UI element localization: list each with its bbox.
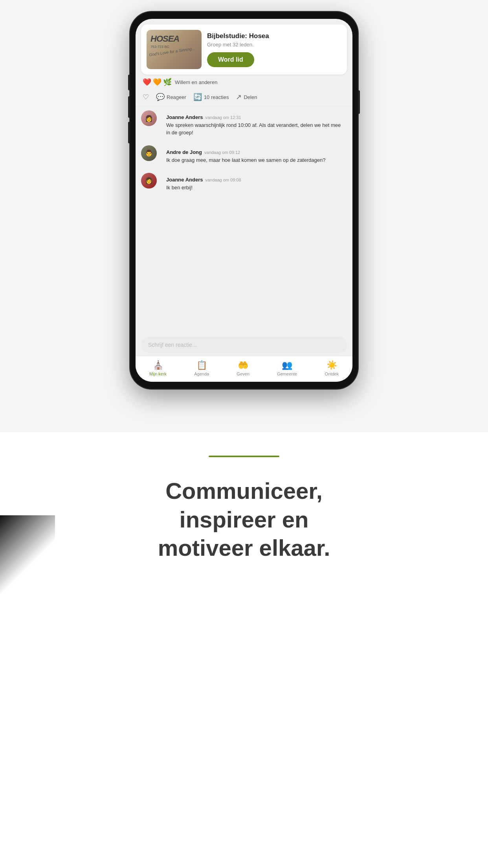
- comment-author-3: Joanne Anders: [166, 177, 203, 183]
- comment-time-2: vandaag om 09:12: [204, 150, 240, 155]
- comment-author-1: Joanne Anders: [166, 114, 203, 120]
- side-button-left3: [128, 122, 130, 143]
- side-button-left1: [128, 75, 130, 90]
- comment-label: Reageer: [167, 94, 186, 100]
- phone-screen: HOSEA 753-723 BC God's Love for a Sinnin…: [136, 19, 352, 382]
- side-button-left2: [128, 96, 130, 118]
- group-image: HOSEA 753-723 BC God's Love for a Sinnin…: [147, 30, 202, 69]
- avatar-joanne1: 👩: [141, 110, 157, 126]
- avatar-joanne2: 👩: [141, 173, 157, 189]
- nav-item-agenda[interactable]: 📋 Agenda: [194, 360, 209, 376]
- like-icon: ♡: [143, 93, 149, 101]
- nav-label-mijn-kerk: Mijn kerk: [149, 372, 167, 376]
- share-action[interactable]: ↗ Delen: [236, 93, 257, 101]
- group-subtitle: Groep met 32 leden.: [207, 42, 341, 48]
- comment-icon: 💬: [156, 93, 165, 101]
- like-action[interactable]: ♡: [143, 93, 149, 101]
- nav-item-ontdek[interactable]: ☀️ Ontdek: [325, 360, 338, 376]
- reaction-leaf: 🌿: [163, 78, 172, 86]
- side-button-right: [358, 90, 360, 114]
- nav-item-geven[interactable]: 🤲 Geven: [237, 360, 249, 376]
- group-image-title: HOSEA: [150, 35, 179, 43]
- group-card: HOSEA 753-723 BC God's Love for a Sinnin…: [141, 24, 347, 75]
- reactions-label: 10 reacties: [204, 94, 229, 100]
- comments-section: 👩 Joanne Anders vandaag om 12:31 We spre…: [136, 106, 352, 337]
- tagline: Communiceer, inspireer en motiveer elkaa…: [158, 477, 330, 562]
- join-button[interactable]: Word lid: [207, 52, 254, 67]
- comment-action[interactable]: 💬 Reageer: [156, 93, 186, 101]
- nav-label-geven: Geven: [237, 372, 249, 376]
- reactions-icon: 🔄: [193, 93, 202, 101]
- reply-input[interactable]: Schrijf een reactie...: [141, 337, 347, 353]
- comment-text-1: We spreken waarschijnlijk rond 10:00 af.…: [166, 122, 341, 137]
- comment-header-2: Andre de Jong vandaag om 09:12: [166, 149, 341, 155]
- nav-label-ontdek: Ontdek: [325, 372, 338, 376]
- nav-item-mijn-kerk[interactable]: ⛪ Mijn kerk: [149, 360, 167, 376]
- group-image-subtext: 753-723 BC: [150, 45, 169, 49]
- comment-item: 👩 Joanne Anders vandaag om 12:31 We spre…: [141, 110, 347, 141]
- agenda-icon: 📋: [196, 360, 207, 370]
- comment-bubble-3: Joanne Anders vandaag om 09:08 Ik ben er…: [161, 173, 347, 196]
- bottom-section: Communiceer, inspireer en motiveer elkaa…: [0, 432, 488, 594]
- action-bar: ♡ 💬 Reageer 🔄 10 reacties ↗ Delen: [136, 90, 352, 106]
- bottom-nav: ⛪ Mijn kerk 📋 Agenda 🤲 Geven 👥 Gemeente …: [136, 356, 352, 382]
- comment-item-2: 👨 Andre de Jong vandaag om 09:12 Ik doe …: [141, 145, 347, 168]
- tagline-line3: motiveer elkaar.: [158, 535, 330, 560]
- gemeente-icon: 👥: [282, 360, 292, 370]
- tagline-line2: inspireer en: [180, 507, 309, 532]
- dark-corner-overlay: [0, 515, 55, 594]
- comment-bubble-2: Andre de Jong vandaag om 09:12 Ik doe gr…: [161, 145, 347, 168]
- phone-frame: HOSEA 753-723 BC God's Love for a Sinnin…: [130, 12, 358, 389]
- comment-author-2: Andre de Jong: [166, 149, 202, 155]
- comment-text-3: Ik ben erbij!: [166, 184, 341, 192]
- nav-label-agenda: Agenda: [194, 372, 209, 376]
- comment-time-3: vandaag om 09:08: [205, 178, 241, 182]
- divider-line: [209, 456, 279, 457]
- comment-header-3: Joanne Anders vandaag om 09:08: [166, 177, 341, 183]
- avatar-andre: 👨: [141, 145, 157, 161]
- comment-time-1: vandaag om 12:31: [205, 115, 241, 120]
- comment-bubble-1: Joanne Anders vandaag om 12:31 We spreke…: [161, 110, 347, 141]
- comment-item-3: 👩 Joanne Anders vandaag om 09:08 Ik ben …: [141, 173, 347, 196]
- share-label: Delen: [244, 94, 257, 100]
- geven-icon: 🤲: [238, 360, 248, 370]
- tagline-line1: Communiceer,: [165, 478, 323, 504]
- phone-section: HOSEA 753-723 BC God's Love for a Sinnin…: [0, 0, 488, 432]
- group-info: Bijbelstudie: Hosea Groep met 32 leden. …: [207, 32, 341, 67]
- group-title: Bijbelstudie: Hosea: [207, 32, 341, 40]
- ontdek-icon: ☀️: [327, 360, 337, 370]
- comment-text-2: Ik doe graag mee, maar hoe laat komen we…: [166, 157, 341, 164]
- reaction-fire: 🧡: [153, 78, 161, 86]
- home-icon: ⛪: [153, 360, 163, 370]
- reaction-text: Willem en anderen: [175, 79, 217, 85]
- nav-label-gemeente: Gemeente: [277, 372, 297, 376]
- share-icon: ↗: [236, 93, 242, 101]
- reactions-row: ❤️ 🧡 🌿 Willem en anderen: [136, 75, 352, 90]
- reaction-heart: ❤️: [143, 78, 151, 86]
- nav-item-gemeente[interactable]: 👥 Gemeente: [277, 360, 297, 376]
- comment-header-1: Joanne Anders vandaag om 12:31: [166, 114, 341, 120]
- reactions-action[interactable]: 🔄 10 reacties: [193, 93, 229, 101]
